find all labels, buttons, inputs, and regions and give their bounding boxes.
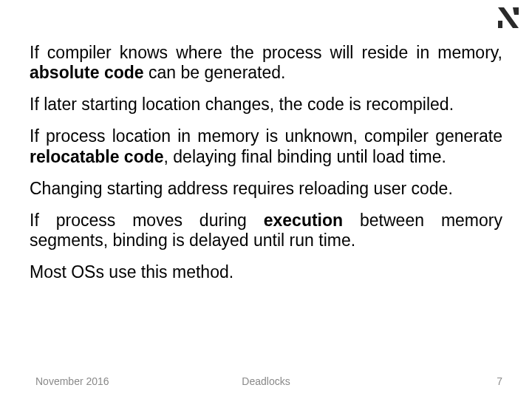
footer-title: Deadlocks: [0, 375, 532, 387]
paragraph-1: If compiler knows where the process will…: [30, 43, 502, 83]
aleph-logo-icon: [492, 3, 525, 33]
text: can be generated.: [144, 63, 286, 82]
footer-page-number: 7: [497, 375, 502, 387]
paragraph-3: If process location in memory is unknown…: [30, 126, 502, 166]
slide: If compiler knows where the process will…: [0, 0, 532, 399]
text: , delaying final binding until load time…: [164, 147, 446, 166]
svg-marker-3: [498, 21, 502, 28]
institution-logo: [492, 3, 525, 33]
text: If later starting location changes, the …: [30, 95, 454, 114]
text: Changing starting address requires reloa…: [30, 179, 453, 198]
paragraph-5: If process moves during execution betwee…: [30, 211, 502, 250]
bold-text: absolute code: [30, 63, 144, 82]
text: If process location in memory is unknown…: [30, 126, 502, 146]
text: If process moves during: [30, 211, 264, 230]
slide-body: If compiler knows where the process will…: [30, 43, 502, 294]
bold-text: execution: [264, 211, 343, 230]
text: If compiler knows where the process will…: [30, 43, 502, 62]
text: Most OSs use this method.: [30, 262, 233, 282]
slide-footer: November 2016 Deadlocks 7: [0, 371, 532, 387]
paragraph-2: If later starting location changes, the …: [30, 95, 502, 115]
paragraph-4: Changing starting address requires reloa…: [30, 179, 502, 199]
paragraph-6: Most OSs use this method.: [30, 262, 502, 282]
bold-text: relocatable code: [30, 147, 164, 166]
